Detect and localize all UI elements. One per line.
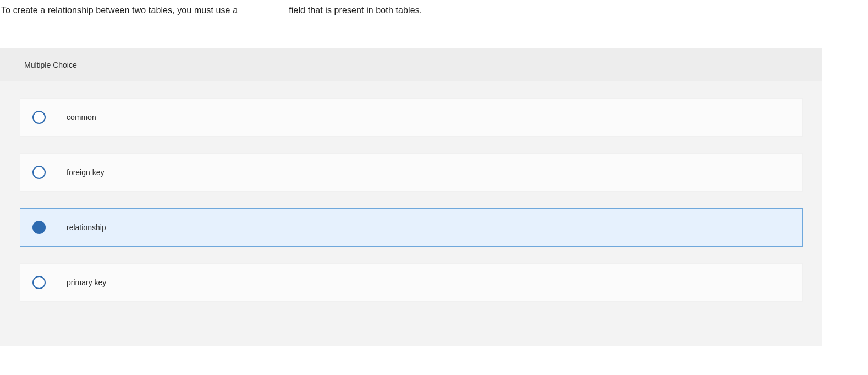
- options-list: common foreign key relationship primary …: [0, 81, 822, 302]
- answer-panel: Multiple Choice common foreign key relat…: [0, 48, 822, 346]
- option-label: common: [67, 113, 96, 122]
- question-text: To create a relationship between two tab…: [0, 0, 868, 15]
- option-primary-key[interactable]: primary key: [20, 263, 803, 302]
- panel-header: Multiple Choice: [0, 48, 822, 81]
- question-part2: field that is present in both tables.: [287, 6, 422, 15]
- option-label: foreign key: [67, 168, 104, 177]
- radio-icon: [32, 166, 46, 179]
- option-relationship[interactable]: relationship: [20, 208, 803, 247]
- option-foreign-key[interactable]: foreign key: [20, 153, 803, 192]
- fill-blank: [241, 12, 285, 12]
- question-part1: To create a relationship between two tab…: [1, 6, 240, 15]
- option-label: relationship: [67, 223, 106, 232]
- option-common[interactable]: common: [20, 98, 803, 137]
- option-label: primary key: [67, 278, 106, 287]
- radio-icon: [32, 221, 46, 234]
- radio-icon: [32, 111, 46, 124]
- radio-icon: [32, 276, 46, 289]
